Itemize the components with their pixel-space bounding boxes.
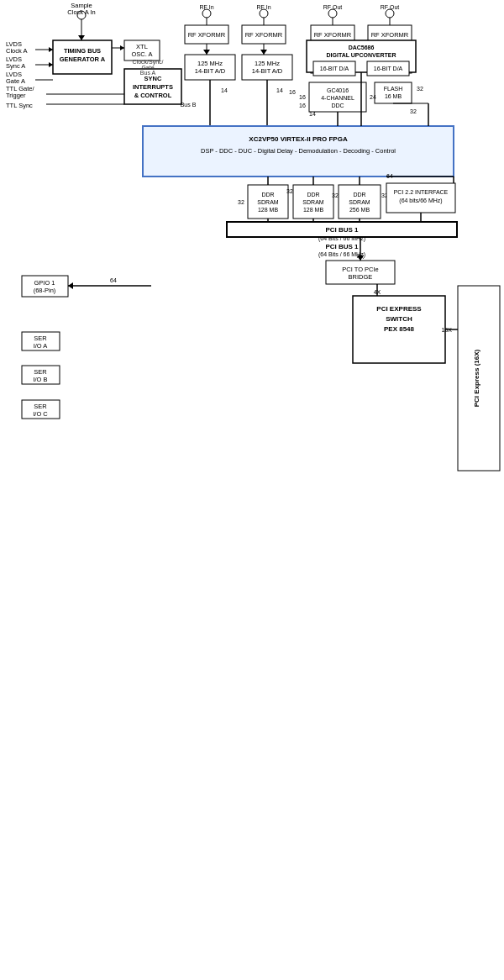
svg-rect-86 bbox=[375, 82, 412, 103]
svg-text:14-BIT A/D: 14-BIT A/D bbox=[252, 67, 283, 75]
svg-marker-12 bbox=[120, 45, 124, 50]
svg-text:I/O C

    
    SER
    I/O D
: I/O C SER I/O D 4X 4X 4X 4X 4X Gbit Seri… bbox=[33, 410, 48, 418]
svg-rect-78 bbox=[313, 61, 355, 76]
svg-rect-5 bbox=[53, 40, 112, 74]
svg-text:(64 Bits / 66 MHz): (64 Bits / 66 MHz) bbox=[318, 251, 365, 258]
svg-text:DSP - DDC - DUC - Digital Dela: DSP - DDC - DUC - Digital Delay - Demodu… bbox=[201, 147, 396, 155]
svg-text:32: 32 bbox=[381, 192, 388, 198]
svg-text:DDR: DDR bbox=[261, 192, 274, 198]
svg-text:I/O B: I/O B bbox=[33, 376, 47, 383]
svg-text:LVDS: LVDS bbox=[6, 55, 22, 63]
svg-point-45 bbox=[202, 9, 211, 18]
svg-point-51 bbox=[328, 9, 337, 18]
svg-rect-151 bbox=[458, 286, 500, 471]
svg-text:I/O A: I/O A bbox=[34, 342, 48, 350]
svg-text:Sync A: Sync A bbox=[6, 62, 25, 70]
svg-text:Bus B: Bus B bbox=[181, 102, 197, 108]
svg-text:BRIDGE: BRIDGE bbox=[349, 273, 373, 281]
svg-text:PCI 2.2 INTERFACE: PCI 2.2 INTERFACE bbox=[394, 189, 449, 195]
svg-rect-105 bbox=[248, 185, 288, 219]
svg-text:RF XFORMR: RF XFORMR bbox=[371, 31, 409, 39]
svg-marker-144 bbox=[357, 256, 364, 261]
svg-text:16-BIT D/A: 16-BIT D/A bbox=[375, 61, 406, 68]
svg-text:RF In: RF In bbox=[256, 4, 270, 10]
svg-text:DIGITAL UPCONVERTER: DIGITAL UPCONVERTER bbox=[327, 52, 396, 58]
svg-text:PCI BUS 1: PCI BUS 1 bbox=[325, 226, 359, 234]
svg-text:16-BIT D/A: 16-BIT D/A bbox=[320, 66, 349, 71]
svg-text:16X: 16X bbox=[442, 327, 453, 333]
svg-rect-80 bbox=[367, 61, 409, 76]
svg-marker-20 bbox=[49, 62, 53, 67]
svg-text:32: 32 bbox=[286, 188, 293, 194]
svg-text:DAC5686: DAC5686 bbox=[349, 45, 375, 50]
svg-text:Bus A: Bus A bbox=[140, 70, 156, 76]
svg-text:LVDS: LVDS bbox=[6, 40, 22, 48]
svg-text:(68-Pin): (68-Pin) bbox=[34, 287, 56, 294]
svg-text:& CONTROL: & CONTROL bbox=[134, 92, 172, 99]
svg-text:SER: SER bbox=[34, 368, 47, 376]
svg-rect-39 bbox=[242, 25, 286, 44]
svg-point-54 bbox=[386, 9, 394, 18]
svg-text:Clock A: Clock A bbox=[6, 47, 27, 55]
svg-text:SWITCH: SWITCH bbox=[386, 315, 412, 323]
svg-text:16 MB: 16 MB bbox=[385, 93, 402, 99]
svg-rect-69 bbox=[311, 55, 354, 73]
svg-marker-4 bbox=[78, 35, 85, 40]
svg-rect-145 bbox=[353, 296, 445, 363]
svg-text:XC2VP50 VIRTEX-II PRO FPGA: XC2VP50 VIRTEX-II PRO FPGA bbox=[249, 135, 348, 143]
svg-text:32: 32 bbox=[238, 199, 244, 205]
svg-text:14-BIT A/D: 14-BIT A/D bbox=[195, 67, 226, 75]
svg-rect-167 bbox=[22, 400, 60, 419]
svg-text:SDRAM: SDRAM bbox=[349, 199, 370, 205]
svg-marker-66 bbox=[260, 50, 267, 55]
svg-text:SYNC: SYNC bbox=[144, 75, 162, 82]
svg-text:RF In: RF In bbox=[199, 4, 213, 10]
svg-text:PCI TO PCIe: PCI TO PCIe bbox=[342, 266, 379, 273]
svg-rect-57 bbox=[185, 55, 235, 80]
svg-rect-161 bbox=[22, 332, 60, 350]
svg-text:125 MHz: 125 MHz bbox=[197, 60, 223, 67]
svg-text:125 MHz: 125 MHz bbox=[255, 60, 280, 67]
svg-text:DDR: DDR bbox=[353, 192, 365, 198]
svg-rect-73 bbox=[311, 42, 412, 54]
svg-text:RF XFORMR: RF XFORMR bbox=[188, 31, 226, 39]
svg-text:PCI EXPRESS: PCI EXPRESS bbox=[376, 305, 422, 313]
svg-text:INTERRUPTS: INTERRUPTS bbox=[133, 83, 173, 91]
svg-text:Gate A: Gate A bbox=[6, 77, 25, 85]
svg-text:128 MB: 128 MB bbox=[258, 207, 278, 213]
svg-text:Trigger: Trigger bbox=[6, 92, 26, 99]
svg-text:16: 16 bbox=[299, 94, 306, 100]
svg-text:(64 Bits / 66 MHz): (64 Bits / 66 MHz) bbox=[318, 235, 365, 242]
svg-text:RF Out: RF Out bbox=[381, 4, 400, 10]
svg-text:SDRAM: SDRAM bbox=[302, 199, 323, 205]
svg-rect-8 bbox=[124, 40, 160, 61]
svg-rect-37 bbox=[185, 25, 228, 44]
svg-text:TTL Sync: TTL Sync bbox=[6, 102, 33, 109]
svg-text:16-BIT D/A: 16-BIT D/A bbox=[374, 66, 403, 71]
svg-rect-75 bbox=[307, 40, 416, 72]
svg-text:(64 bits/66 MHz): (64 bits/66 MHz) bbox=[399, 198, 442, 204]
svg-text:FLASH: FLASH bbox=[384, 86, 403, 92]
svg-text:SER: SER bbox=[34, 403, 47, 410]
svg-text:128 MB: 128 MB bbox=[303, 207, 323, 213]
svg-marker-64 bbox=[203, 50, 210, 55]
svg-text:XTL: XTL bbox=[136, 43, 148, 50]
svg-text:256 MB: 256 MB bbox=[349, 207, 370, 213]
svg-text:64: 64 bbox=[110, 277, 117, 283]
svg-text:4-CHANNEL: 4-CHANNEL bbox=[321, 95, 354, 101]
svg-text:4X: 4X bbox=[357, 254, 365, 260]
svg-text:GC4016: GC4016 bbox=[327, 87, 349, 93]
svg-rect-139 bbox=[326, 261, 395, 284]
svg-rect-109 bbox=[293, 185, 333, 219]
svg-text:RF Out: RF Out bbox=[323, 4, 343, 10]
svg-text:RF XFORMR: RF XFORMR bbox=[245, 31, 283, 39]
svg-text:Sample: Sample bbox=[71, 2, 92, 9]
svg-text:LVDS: LVDS bbox=[6, 71, 22, 78]
svg-marker-16 bbox=[49, 47, 53, 52]
svg-text:RF XFORMR: RF XFORMR bbox=[314, 31, 352, 39]
svg-text:32: 32 bbox=[417, 86, 423, 92]
svg-text:64: 64 bbox=[386, 173, 393, 179]
svg-text:TIMING BUS: TIMING BUS bbox=[64, 47, 101, 55]
svg-rect-98 bbox=[143, 126, 454, 177]
svg-text:Clock/Sync/: Clock/Sync/ bbox=[133, 59, 164, 66]
